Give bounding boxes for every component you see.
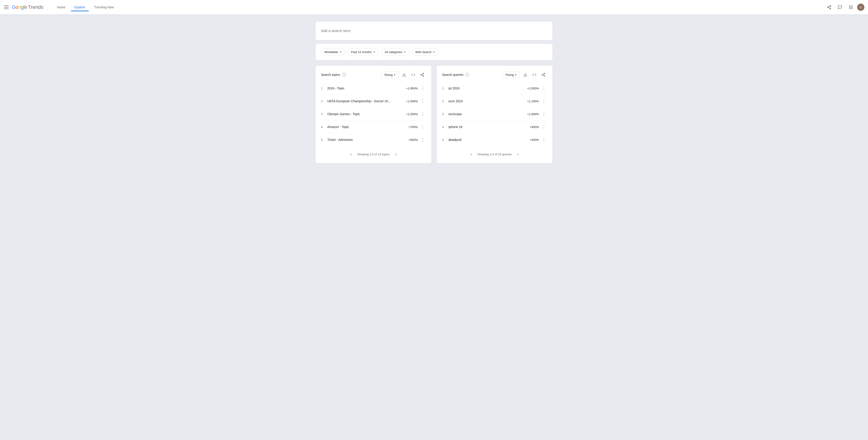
more-options-icon[interactable]: ⋮ — [420, 98, 426, 104]
queries-next-button[interactable]: › — [515, 150, 522, 158]
topics-help-icon[interactable]: ? — [342, 73, 346, 77]
share-button[interactable] — [825, 3, 834, 12]
search-queries-card: Search queries ? Rising ▼ — [437, 66, 553, 163]
item-name: iphone 16 — [448, 125, 530, 129]
hamburger-menu-icon[interactable] — [4, 4, 9, 10]
logo[interactable]: Google Trends — [12, 4, 43, 10]
svg-line-3 — [829, 7, 830, 8]
topics-list: 1 2024 - Topic +1,950% ⋮ 2 UEFA European… — [321, 82, 426, 146]
item-change: +1,000% — [527, 112, 539, 116]
item-name: UEFA European Championship - Soccer ch..… — [327, 99, 406, 103]
topics-card-header: Search topics ? Rising ▼ — [321, 71, 426, 78]
svg-rect-10 — [852, 7, 852, 7]
queries-prev-button[interactable]: ‹ — [467, 150, 475, 158]
apps-icon — [848, 5, 853, 9]
svg-point-1 — [828, 7, 829, 8]
more-options-icon[interactable]: ⋮ — [420, 85, 426, 92]
filter-category[interactable]: All categories ▼ — [381, 48, 409, 56]
item-change: +450% — [530, 125, 539, 129]
table-row[interactable]: 4 Amazon - Topic +700% ⋮ — [321, 121, 426, 133]
more-options-icon[interactable]: ⋮ — [420, 124, 426, 130]
topics-prev-button[interactable]: ‹ — [347, 150, 355, 158]
table-row[interactable]: 3 Olympic Games - Topic +1,050% ⋮ — [321, 108, 426, 121]
message-icon — [838, 5, 842, 9]
more-options-icon[interactable]: ⋮ — [420, 111, 426, 117]
queries-share-button[interactable] — [540, 71, 547, 78]
svg-point-16 — [421, 74, 422, 75]
item-change: +1,100% — [527, 100, 539, 103]
header-right: U — [825, 3, 864, 12]
table-row[interactable]: 1 ipl 2024 +2,050% ⋮ — [442, 82, 547, 95]
table-row[interactable]: 2 UEFA European Championship - Soccer ch… — [321, 95, 426, 108]
more-options-icon[interactable]: ⋮ — [541, 85, 547, 92]
more-options-icon[interactable]: ⋮ — [541, 111, 547, 117]
topics-next-button[interactable]: › — [392, 150, 399, 158]
item-name: ipl 2024 — [448, 87, 527, 90]
logo-trends: Trends — [28, 4, 43, 10]
svg-rect-13 — [852, 8, 852, 9]
more-options-icon[interactable]: ⋮ — [541, 137, 547, 143]
search-input[interactable] — [321, 29, 547, 33]
item-name: Amazon - Topic — [327, 125, 408, 129]
item-name: deadpool — [448, 138, 530, 141]
queries-embed-button[interactable] — [531, 71, 538, 78]
avatar-initial: U — [860, 5, 862, 9]
svg-line-24 — [543, 75, 544, 76]
queries-rising-button[interactable]: Rising ▼ — [503, 72, 520, 78]
filter-region[interactable]: Worldwide ▼ — [321, 48, 345, 56]
svg-line-4 — [829, 6, 830, 7]
svg-rect-8 — [849, 7, 850, 7]
item-rank: 3 — [321, 112, 327, 116]
queries-rising-label: Rising — [506, 73, 514, 76]
queries-title-area: Search queries ? — [442, 73, 469, 77]
download-icon — [402, 73, 406, 77]
download-icon — [523, 73, 527, 77]
svg-point-17 — [423, 75, 424, 76]
message-button[interactable] — [835, 3, 844, 12]
topics-rising-label: Rising — [384, 73, 393, 76]
topics-card-actions: Rising ▼ — [381, 71, 426, 78]
queries-card-actions: Rising ▼ — [503, 71, 547, 78]
cards-grid: Search topics ? Rising ▼ — [315, 66, 553, 163]
queries-pagination: ‹ Showing 1-5 of 25 queries › — [442, 146, 547, 158]
nav-item-trending-now[interactable]: Trending Now — [91, 4, 118, 11]
nav-item-explore[interactable]: Explore — [71, 4, 89, 11]
item-rank: 2 — [321, 100, 327, 103]
table-row[interactable]: 3 eurocopa +1,000% ⋮ — [442, 108, 547, 121]
table-row[interactable]: 1 2024 - Topic +1,950% ⋮ — [321, 82, 426, 95]
more-options-icon[interactable]: ⋮ — [541, 98, 547, 104]
item-name: Olympic Games - Topic — [327, 112, 406, 116]
item-rank: 4 — [321, 125, 327, 129]
avatar[interactable]: U — [857, 4, 864, 11]
topics-embed-button[interactable] — [410, 71, 417, 78]
svg-line-18 — [422, 75, 423, 76]
table-row[interactable]: 4 iphone 16 +450% ⋮ — [442, 121, 547, 133]
topics-share-button[interactable] — [418, 71, 426, 78]
more-options-icon[interactable]: ⋮ — [420, 137, 426, 143]
table-row[interactable]: 5 Ticket - Admission +550% ⋮ — [321, 133, 426, 146]
header-left: Google Trends Home Explore Trending Now — [4, 4, 117, 11]
queries-help-icon[interactable]: ? — [465, 73, 469, 77]
queries-download-button[interactable] — [522, 71, 529, 78]
nav-item-home[interactable]: Home — [53, 4, 69, 11]
svg-point-2 — [830, 8, 831, 9]
code-icon — [411, 73, 415, 77]
item-change: +1,950% — [406, 87, 418, 90]
filters-bar: Worldwide ▼ Past 12 months ▼ All categor… — [315, 44, 553, 60]
filter-time[interactable]: Past 12 months ▼ — [348, 48, 378, 56]
svg-rect-6 — [850, 6, 851, 6]
item-change: +2,050% — [527, 87, 539, 90]
main-content: Worldwide ▼ Past 12 months ▼ All categor… — [312, 14, 556, 170]
filter-source[interactable]: Web Search ▼ — [412, 48, 438, 56]
table-row[interactable]: 2 euro 2024 +1,100% ⋮ — [442, 95, 547, 108]
chevron-down-icon: ▼ — [339, 51, 342, 53]
logo-google: Google — [12, 4, 27, 10]
topics-pagination: ‹ Showing 1-5 of 12 topics › — [321, 146, 426, 158]
chevron-down-icon: ▼ — [373, 51, 375, 53]
more-options-icon[interactable]: ⋮ — [541, 124, 547, 130]
topics-download-button[interactable] — [401, 71, 408, 78]
topics-rising-button[interactable]: Rising ▼ — [381, 72, 399, 78]
svg-point-0 — [830, 5, 831, 6]
apps-button[interactable] — [846, 3, 855, 12]
table-row[interactable]: 5 deadpool +350% ⋮ — [442, 133, 547, 146]
